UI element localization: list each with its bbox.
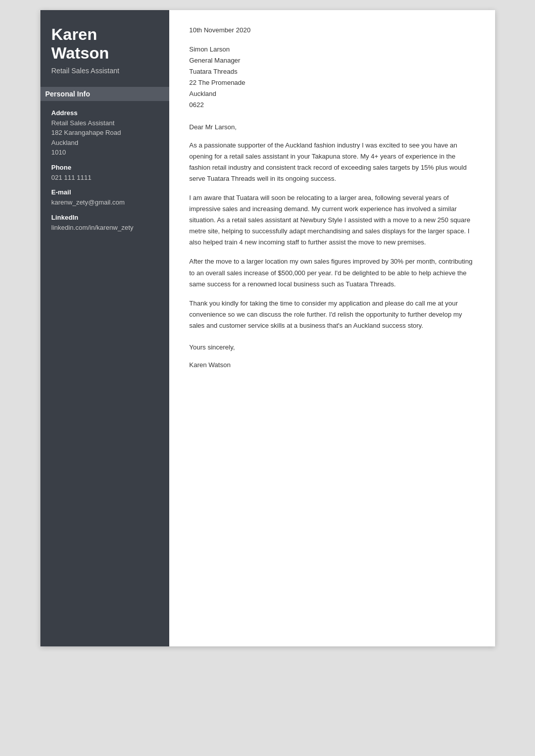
main-content: 10th November 2020 Simon Larson General …: [169, 10, 495, 646]
closing: Yours sincerely,: [189, 343, 475, 351]
candidate-title: Retail Sales Assistant: [52, 67, 158, 75]
phone-value: 021 111 1111: [52, 173, 158, 183]
signature: Karen Watson: [189, 361, 475, 369]
email-value: karenw_zety@gmail.com: [52, 197, 158, 208]
paragraph4: Thank you kindly for taking the time to …: [189, 298, 475, 331]
name-line1: Karen: [52, 25, 98, 43]
recipient-block: Simon Larson General Manager Tuatara Thr…: [189, 44, 475, 111]
resume-container: Karen Watson Retail Sales Assistant Pers…: [40, 10, 495, 646]
address-value: Retail Sales Assistant182 Karangahape Ro…: [52, 118, 158, 158]
paragraph2: I am aware that Tuatara will soon be rel…: [189, 192, 475, 248]
personal-info-heading: Personal Info: [40, 87, 169, 101]
sidebar: Karen Watson Retail Sales Assistant Pers…: [40, 10, 169, 646]
recipient-title: General Manager: [189, 55, 475, 66]
phone-label: Phone: [52, 164, 158, 171]
candidate-name: Karen Watson: [52, 25, 158, 63]
recipient-name: Simon Larson: [189, 44, 475, 55]
recipient-company: Tuatara Threads: [189, 66, 475, 77]
name-line2: Watson: [52, 44, 109, 62]
recipient-postcode: 0622: [189, 99, 475, 111]
paragraph3: After the move to a larger location my o…: [189, 256, 475, 289]
salutation: Dear Mr Larson,: [189, 123, 475, 131]
email-label: E-mail: [52, 188, 158, 196]
recipient-city: Auckland: [189, 88, 475, 99]
paragraph1: As a passionate supporter of the Aucklan…: [189, 140, 475, 184]
linkedin-value: linkedin.com/in/karenw_zety: [52, 223, 158, 233]
linkedin-label: LinkedIn: [52, 214, 158, 221]
recipient-address1: 22 The Promenade: [189, 77, 475, 88]
address-label: Address: [52, 109, 158, 117]
letter-date: 10th November 2020: [189, 26, 475, 34]
